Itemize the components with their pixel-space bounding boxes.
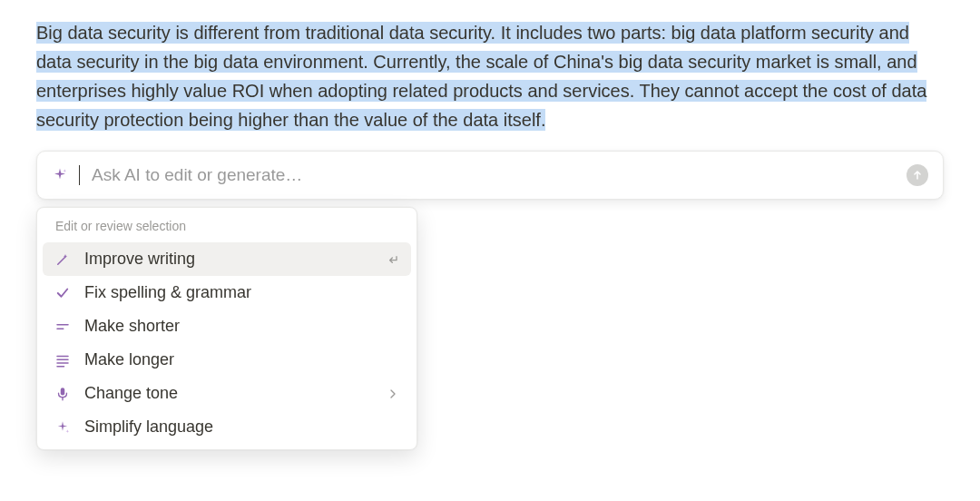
check-icon [54, 284, 72, 302]
menu-item-fix-spelling[interactable]: Fix spelling & grammar [43, 276, 411, 309]
menu-item-make-shorter[interactable]: Make shorter [43, 309, 411, 343]
menu-item-label: Simplify language [84, 418, 213, 437]
svg-rect-6 [61, 388, 65, 395]
enter-icon [386, 252, 400, 267]
menu-item-improve-writing[interactable]: Improve writing [43, 242, 411, 276]
menu-item-label: Make longer [84, 350, 174, 369]
selected-text[interactable]: Big data security is different from trad… [36, 18, 944, 134]
longer-icon [54, 351, 72, 369]
microphone-icon [54, 385, 72, 403]
ai-prompt-panel[interactable] [36, 151, 944, 200]
submit-button[interactable] [906, 164, 928, 186]
menu-item-label: Make shorter [84, 317, 180, 336]
wand-icon [54, 250, 72, 269]
menu-item-label: Change tone [84, 384, 178, 403]
highlighted-selection: Big data security is different from trad… [36, 22, 926, 131]
ai-menu: Edit or review selection Improve writing… [36, 207, 417, 450]
menu-item-change-tone[interactable]: Change tone [43, 377, 411, 410]
ai-input[interactable] [92, 165, 896, 185]
shorter-icon [54, 318, 72, 336]
sparkle-icon [52, 167, 68, 183]
text-cursor [79, 165, 80, 185]
menu-heading: Edit or review selection [43, 215, 411, 242]
chevron-right-icon [386, 387, 400, 401]
sparkle-icon [54, 418, 72, 437]
menu-item-label: Fix spelling & grammar [84, 283, 251, 302]
menu-item-make-longer[interactable]: Make longer [43, 343, 411, 377]
menu-item-simplify-language[interactable]: Simplify language [43, 410, 411, 444]
menu-item-label: Improve writing [84, 250, 195, 269]
